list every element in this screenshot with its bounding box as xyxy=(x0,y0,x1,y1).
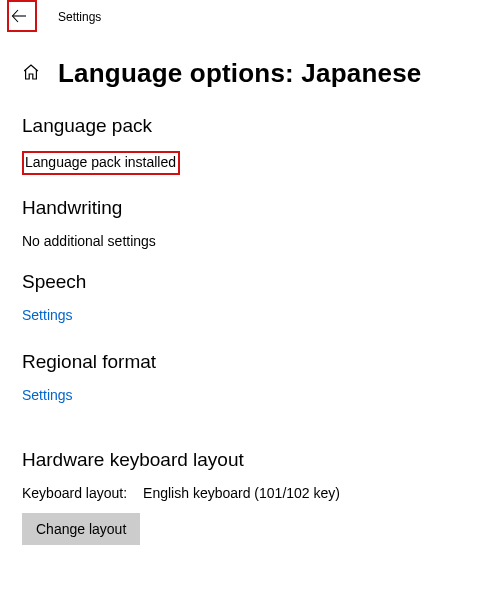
page-body: Language options: Japanese Language pack… xyxy=(0,34,500,567)
page-header: Language options: Japanese xyxy=(22,58,478,89)
change-layout-button[interactable]: Change layout xyxy=(22,513,140,545)
home-icon[interactable] xyxy=(22,63,40,84)
highlight-language-pack-status: Language pack installed xyxy=(22,151,180,175)
regional-settings-link[interactable]: Settings xyxy=(22,387,73,403)
speech-settings-link[interactable]: Settings xyxy=(22,307,73,323)
keyboard-layout-value: English keyboard (101/102 key) xyxy=(143,485,340,501)
keyboard-layout-row: Keyboard layout: English keyboard (101/1… xyxy=(22,485,478,501)
heading-speech: Speech xyxy=(22,271,478,293)
page-title: Language options: Japanese xyxy=(58,58,422,89)
heading-hardware-keyboard: Hardware keyboard layout xyxy=(22,449,478,471)
heading-handwriting: Handwriting xyxy=(22,197,478,219)
titlebar: Settings xyxy=(0,0,500,34)
back-button[interactable] xyxy=(0,0,38,34)
keyboard-layout-label: Keyboard layout: xyxy=(22,485,127,501)
back-arrow-icon xyxy=(11,8,27,27)
handwriting-status: No additional settings xyxy=(22,233,478,249)
heading-language-pack: Language pack xyxy=(22,115,478,137)
heading-regional-format: Regional format xyxy=(22,351,478,373)
language-pack-status: Language pack installed xyxy=(25,154,176,170)
window-title: Settings xyxy=(38,10,101,24)
